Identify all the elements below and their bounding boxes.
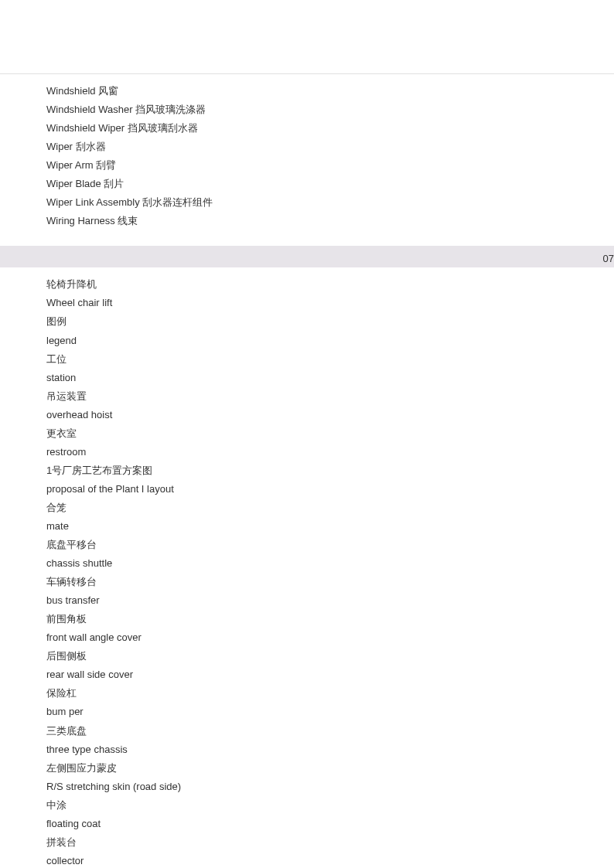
- top-section-content: Windshield 风窗Windshield Washer 挡风玻璃洗涤器Wi…: [0, 74, 614, 238]
- glossary-line: 工位: [46, 350, 614, 369]
- glossary-line: Wheel chair lift: [46, 294, 614, 312]
- glossary-line: bum per: [46, 703, 614, 721]
- glossary-line: mate: [46, 517, 614, 536]
- glossary-line: Wiper Link Assembly 刮水器连杆组件: [46, 193, 614, 212]
- glossary-line: bus transfer: [46, 591, 614, 610]
- glossary-line: proposal of the Plant I layout: [46, 480, 614, 499]
- page-number: 07: [603, 250, 614, 268]
- glossary-line: Windshield Washer 挡风玻璃洗涤器: [46, 100, 614, 119]
- glossary-line: collector: [46, 852, 614, 868]
- glossary-line: 拼装台: [46, 833, 614, 852]
- glossary-line: 1号厂房工艺布置方案图: [46, 461, 614, 480]
- glossary-line: floating coat: [46, 815, 614, 833]
- glossary-line: Wiper Blade 刮片: [46, 175, 614, 193]
- glossary-line: Wiper 刮水器: [46, 138, 614, 156]
- glossary-line: 保险杠: [46, 684, 614, 703]
- glossary-line: R/S stretching skin (road side): [46, 778, 614, 796]
- section-divider: 07: [0, 246, 614, 267]
- glossary-line: 前围角板: [46, 610, 614, 628]
- glossary-line: rear wall side cover: [46, 665, 614, 684]
- glossary-line: 吊运装置: [46, 387, 614, 406]
- glossary-line: Windshield Wiper 挡风玻璃刮水器: [46, 119, 614, 138]
- glossary-line: Wiring Harness 线束: [46, 212, 614, 230]
- glossary-line: 车辆转移台: [46, 573, 614, 591]
- glossary-line: three type chassis: [46, 740, 614, 759]
- glossary-line: chassis shuttle: [46, 554, 614, 573]
- glossary-line: Windshield 风窗: [46, 82, 614, 100]
- glossary-line: 图例: [46, 312, 614, 331]
- glossary-line: front wall angle cover: [46, 628, 614, 647]
- bottom-section-content: 轮椅升降机Wheel chair lift图例legend工位station吊运…: [0, 267, 614, 868]
- glossary-line: 后围侧板: [46, 647, 614, 665]
- glossary-line: overhead hoist: [46, 406, 614, 424]
- top-section-border: Windshield 风窗Windshield Washer 挡风玻璃洗涤器Wi…: [0, 73, 614, 238]
- glossary-line: 轮椅升降机: [46, 275, 614, 294]
- glossary-line: 合笼: [46, 499, 614, 517]
- glossary-line: Wiper Arm 刮臂: [46, 156, 614, 175]
- glossary-line: restroom: [46, 443, 614, 461]
- glossary-line: 中涂: [46, 796, 614, 815]
- glossary-line: 左侧围应力蒙皮: [46, 759, 614, 778]
- glossary-line: 底盘平移台: [46, 536, 614, 554]
- glossary-line: station: [46, 369, 614, 387]
- glossary-line: 更衣室: [46, 424, 614, 443]
- glossary-line: 三类底盘: [46, 722, 614, 740]
- glossary-line: legend: [46, 332, 614, 350]
